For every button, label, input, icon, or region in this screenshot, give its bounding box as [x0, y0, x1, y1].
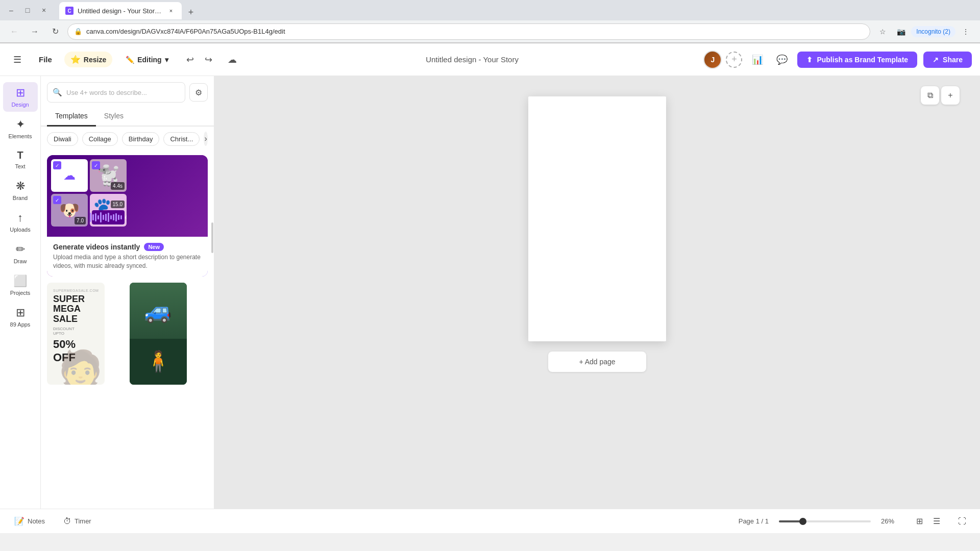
stats-btn[interactable]: 📊	[748, 51, 767, 69]
scrollbar-thumb[interactable]	[211, 222, 213, 253]
incognito-badge[interactable]: Incognito (2)	[911, 26, 955, 37]
tag-collage[interactable]: Collage	[82, 132, 118, 146]
avatar[interactable]: J	[703, 51, 722, 69]
tag-bar: Diwali Collage Birthday Christ... ›	[41, 127, 214, 151]
redo-btn[interactable]: ↪	[200, 51, 217, 68]
tag-christmas[interactable]: Christ...	[163, 132, 200, 146]
app-header: ☰ File ⭐ Resize ✏️ Editing ▾ ↩ ↪ ☁ Untit…	[0, 43, 980, 76]
sidebar-item-elements[interactable]: ✦ Elements	[3, 114, 38, 143]
tag-birthday[interactable]: Birthday	[122, 132, 160, 146]
publish-icon: ⬆	[806, 56, 813, 64]
timer-label-3: 4.0s	[125, 215, 127, 220]
sidebar-item-projects[interactable]: ⬜ Projects	[3, 270, 38, 300]
tag-more-btn[interactable]: ›	[204, 132, 208, 146]
editing-label: Editing	[137, 56, 161, 64]
bookmark-btn[interactable]: ☆	[874, 23, 891, 40]
tab-favicon: C	[65, 7, 74, 15]
resize-btn[interactable]: ⭐ Resize	[64, 52, 112, 67]
sidebar-item-brand[interactable]: ❋ Brand	[3, 176, 38, 205]
chevron-down-icon: ▾	[165, 56, 168, 64]
sidebar-item-uploads[interactable]: ↑ Uploads	[3, 207, 38, 237]
check-icon: ✓	[53, 161, 61, 169]
active-tab[interactable]: C Untitled design - Your Story - C ×	[59, 2, 182, 19]
notes-label: Notes	[28, 517, 45, 525]
hamburger-menu-btn[interactable]: ☰	[8, 51, 27, 69]
zoom-level-label: 26%	[881, 517, 901, 525]
share-label: Share	[943, 56, 963, 64]
filter-btn[interactable]: ⚙	[189, 83, 208, 102]
undo-btn[interactable]: ↩	[182, 51, 199, 68]
nav-forward-btn[interactable]: →	[27, 23, 43, 40]
save-indicator-btn[interactable]: ☁	[224, 51, 241, 68]
tab-templates[interactable]: Templates	[47, 107, 96, 127]
notes-btn[interactable]: 📝 Notes	[10, 514, 49, 528]
add-page-btn[interactable]: + Add page	[548, 352, 646, 372]
upload-cloud-icon: ☁	[63, 168, 76, 183]
browser-close-btn[interactable]: ×	[37, 3, 51, 17]
camera-off-btn[interactable]: 📷	[893, 23, 909, 40]
projects-icon: ⬜	[13, 274, 27, 288]
browser-titlebar: – □ × C Untitled design - Your Story - C…	[0, 0, 980, 20]
add-collaborator-btn[interactable]: +	[726, 52, 742, 68]
video-gen-preview: ☁ ✓ 🐩 4.4s ✓	[47, 155, 208, 237]
comments-btn[interactable]: 💬	[773, 51, 791, 69]
video-gen-card[interactable]: ☁ ✓ 🐩 4.4s ✓	[47, 155, 208, 277]
add-canvas-btn[interactable]: +	[941, 86, 960, 105]
panel-tabs: Templates Styles	[41, 107, 214, 127]
page-indicator: Page 1 / 1	[739, 517, 769, 525]
sale-header-text: SUPERMEGASALE.COM	[53, 289, 99, 292]
templates-panel: 🔍 Use 4+ words to describe... ⚙ Template…	[41, 76, 214, 509]
design-title: Untitled design - Your Story	[426, 55, 519, 64]
nav-refresh-btn[interactable]: ↻	[47, 23, 63, 40]
video-gen-title-row: Generate videos instantly New	[53, 243, 202, 251]
sale-title-text: SUPERMEGASALE	[53, 294, 85, 324]
tag-diwali[interactable]: Diwali	[47, 132, 78, 146]
undo-redo-controls: ↩ ↪	[182, 51, 217, 68]
travel-car-thumbnail: 🚙	[130, 283, 187, 339]
audio-waveform	[90, 212, 122, 222]
grid-view-btn[interactable]: ⊞	[912, 514, 927, 529]
sidebar-item-draw[interactable]: ✏ Draw	[3, 239, 38, 268]
canvas-area: ⧉ + + Add page	[214, 76, 980, 509]
new-tab-btn[interactable]: +	[184, 5, 198, 19]
nav-back-btn[interactable]: ←	[6, 23, 22, 40]
video-gen-desc: Upload media and type a short descriptio…	[53, 253, 202, 270]
zoom-thumb[interactable]	[799, 518, 806, 525]
zoom-slider[interactable]	[779, 520, 871, 522]
template-card-sale[interactable]: SUPERMEGASALE.COM SUPERMEGASALE DISCOUNT…	[47, 283, 105, 385]
share-icon: ↗	[933, 56, 939, 64]
extensions-btn[interactable]: ⋮	[958, 23, 974, 40]
sidebar-elements-label: Elements	[9, 133, 32, 139]
elements-icon: ✦	[16, 118, 25, 131]
templates-grid: SUPERMEGASALE.COM SUPERMEGASALE DISCOUNT…	[47, 283, 208, 385]
tab-title: Untitled design - Your Story - C	[78, 7, 162, 15]
panel-scroll-wrapper: ☁ ✓ 🐩 4.4s ✓	[41, 151, 214, 509]
bottom-bar: 📝 Notes ⏱ Timer Page 1 / 1 26% ⊞ ☰ ⛶	[0, 509, 980, 533]
copy-canvas-btn[interactable]: ⧉	[921, 86, 939, 105]
timer-label-2: 7.0	[75, 217, 86, 224]
sidebar-draw-label: Draw	[14, 258, 27, 264]
timer-btn[interactable]: ⏱ Timer	[59, 515, 95, 528]
sidebar-apps-label: 89 Apps	[10, 321, 31, 328]
address-bar[interactable]: 🔒 canva.com/design/DAGVxc874lA/F6P0An75A…	[67, 23, 870, 40]
search-box[interactable]: 🔍 Use 4+ words to describe...	[47, 82, 185, 103]
editing-btn[interactable]: ✏️ Editing ▾	[118, 53, 175, 67]
publish-brand-template-btn[interactable]: ⬆ Publish as Brand Template	[797, 52, 917, 68]
app-body: ⊞ Design ✦ Elements T Text ❋ Brand ↑ Upl…	[0, 76, 980, 509]
share-btn[interactable]: ↗ Share	[923, 52, 972, 68]
tab-styles[interactable]: Styles	[96, 107, 132, 127]
file-menu-btn[interactable]: File	[33, 52, 58, 67]
browser-maximize-btn[interactable]: □	[20, 3, 35, 17]
design-canvas[interactable]	[528, 96, 666, 341]
browser-minimize-btn[interactable]: –	[4, 3, 18, 17]
sidebar-item-design[interactable]: ⊞ Design	[3, 82, 38, 112]
tab-close-btn[interactable]: ×	[166, 6, 176, 15]
pencil-icon: ✏️	[126, 56, 134, 64]
panel-search-area: 🔍 Use 4+ words to describe... ⚙	[41, 76, 214, 107]
template-card-travel[interactable]: 🚙 🧍	[130, 283, 187, 385]
list-view-btn[interactable]: ☰	[929, 514, 944, 529]
sidebar-item-text[interactable]: T Text	[3, 145, 38, 173]
sidebar-item-apps[interactable]: ⊞ 89 Apps	[3, 302, 38, 332]
uploads-icon: ↑	[17, 211, 23, 224]
fullscreen-btn[interactable]: ⛶	[954, 514, 970, 529]
